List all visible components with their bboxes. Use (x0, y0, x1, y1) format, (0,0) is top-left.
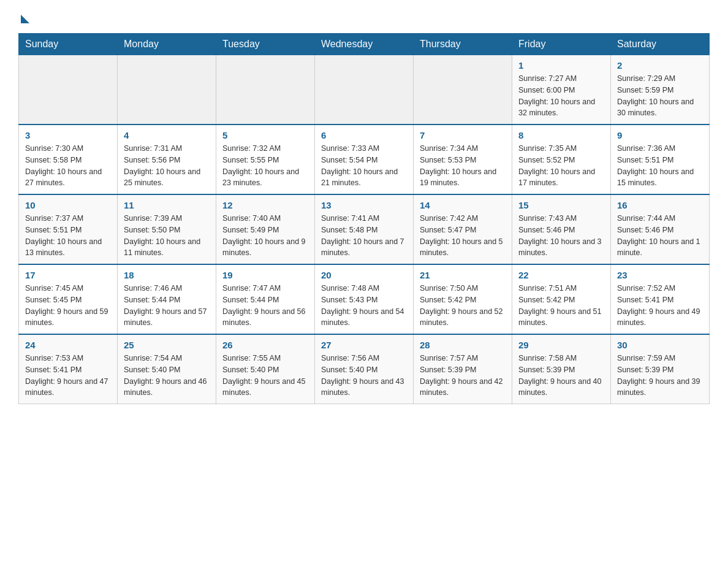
calendar-day-cell: 19Sunrise: 7:47 AMSunset: 5:44 PMDayligh… (216, 264, 315, 334)
day-number: 4 (124, 130, 210, 140)
calendar-day-cell: 2Sunrise: 7:29 AMSunset: 5:59 PMDaylight… (611, 55, 710, 125)
day-sun-info: Sunrise: 7:59 AMSunset: 5:39 PMDaylight:… (617, 353, 703, 399)
day-number: 25 (124, 340, 210, 350)
calendar-header-row: SundayMondayTuesdayWednesdayThursdayFrid… (19, 34, 710, 55)
day-number: 20 (321, 270, 407, 280)
day-sun-info: Sunrise: 7:51 AMSunset: 5:42 PMDaylight:… (518, 283, 604, 329)
calendar-day-cell: 17Sunrise: 7:45 AMSunset: 5:45 PMDayligh… (19, 264, 118, 334)
calendar-day-cell: 16Sunrise: 7:44 AMSunset: 5:46 PMDayligh… (611, 194, 710, 264)
day-number: 29 (518, 340, 604, 350)
day-sun-info: Sunrise: 7:39 AMSunset: 5:50 PMDaylight:… (124, 213, 210, 259)
day-sun-info: Sunrise: 7:47 AMSunset: 5:44 PMDaylight:… (222, 283, 308, 329)
calendar-day-cell: 9Sunrise: 7:36 AMSunset: 5:51 PMDaylight… (611, 124, 710, 194)
logo (18, 12, 29, 21)
calendar-day-cell: 3Sunrise: 7:30 AMSunset: 5:58 PMDaylight… (19, 124, 118, 194)
calendar-week-row: 3Sunrise: 7:30 AMSunset: 5:58 PMDaylight… (19, 124, 710, 194)
calendar-day-cell: 1Sunrise: 7:27 AMSunset: 6:00 PMDaylight… (512, 55, 611, 125)
day-sun-info: Sunrise: 7:45 AMSunset: 5:45 PMDaylight:… (25, 283, 111, 329)
calendar-day-cell: 11Sunrise: 7:39 AMSunset: 5:50 PMDayligh… (118, 194, 216, 264)
day-sun-info: Sunrise: 7:52 AMSunset: 5:41 PMDaylight:… (617, 283, 703, 329)
day-sun-info: Sunrise: 7:53 AMSunset: 5:41 PMDaylight:… (25, 353, 111, 399)
day-number: 8 (518, 130, 604, 140)
calendar-day-cell: 26Sunrise: 7:55 AMSunset: 5:40 PMDayligh… (216, 334, 315, 404)
calendar-week-row: 10Sunrise: 7:37 AMSunset: 5:51 PMDayligh… (19, 194, 710, 264)
day-number: 24 (25, 340, 111, 350)
calendar-day-cell: 22Sunrise: 7:51 AMSunset: 5:42 PMDayligh… (512, 264, 611, 334)
day-of-week-header: Friday (512, 34, 611, 55)
calendar-day-cell (216, 55, 315, 125)
day-sun-info: Sunrise: 7:29 AMSunset: 5:59 PMDaylight:… (617, 73, 703, 119)
page-header (18, 12, 710, 21)
calendar-day-cell: 13Sunrise: 7:41 AMSunset: 5:48 PMDayligh… (315, 194, 414, 264)
day-number: 5 (222, 130, 308, 140)
calendar-day-cell: 29Sunrise: 7:58 AMSunset: 5:39 PMDayligh… (512, 334, 611, 404)
calendar-day-cell: 30Sunrise: 7:59 AMSunset: 5:39 PMDayligh… (611, 334, 710, 404)
day-sun-info: Sunrise: 7:46 AMSunset: 5:44 PMDaylight:… (124, 283, 210, 329)
day-number: 9 (617, 130, 703, 140)
logo-arrow-icon (21, 15, 29, 23)
day-number: 30 (617, 340, 703, 350)
day-sun-info: Sunrise: 7:50 AMSunset: 5:42 PMDaylight:… (420, 283, 506, 329)
day-number: 16 (617, 200, 703, 210)
calendar-day-cell: 21Sunrise: 7:50 AMSunset: 5:42 PMDayligh… (414, 264, 512, 334)
calendar-day-cell: 15Sunrise: 7:43 AMSunset: 5:46 PMDayligh… (512, 194, 611, 264)
day-number: 19 (222, 270, 308, 280)
day-number: 22 (518, 270, 604, 280)
day-sun-info: Sunrise: 7:55 AMSunset: 5:40 PMDaylight:… (222, 353, 308, 399)
day-sun-info: Sunrise: 7:27 AMSunset: 6:00 PMDaylight:… (518, 73, 604, 119)
calendar-day-cell (315, 55, 414, 125)
calendar-day-cell: 23Sunrise: 7:52 AMSunset: 5:41 PMDayligh… (611, 264, 710, 334)
calendar-week-row: 1Sunrise: 7:27 AMSunset: 6:00 PMDaylight… (19, 55, 710, 125)
day-of-week-header: Sunday (19, 34, 118, 55)
day-number: 18 (124, 270, 210, 280)
day-sun-info: Sunrise: 7:44 AMSunset: 5:46 PMDaylight:… (617, 213, 703, 259)
day-number: 21 (420, 270, 506, 280)
calendar-week-row: 17Sunrise: 7:45 AMSunset: 5:45 PMDayligh… (19, 264, 710, 334)
day-number: 11 (124, 200, 210, 210)
day-number: 23 (617, 270, 703, 280)
day-sun-info: Sunrise: 7:43 AMSunset: 5:46 PMDaylight:… (518, 213, 604, 259)
day-number: 13 (321, 200, 407, 210)
day-sun-info: Sunrise: 7:56 AMSunset: 5:40 PMDaylight:… (321, 353, 407, 399)
calendar-day-cell: 6Sunrise: 7:33 AMSunset: 5:54 PMDaylight… (315, 124, 414, 194)
day-sun-info: Sunrise: 7:41 AMSunset: 5:48 PMDaylight:… (321, 213, 407, 259)
calendar-day-cell (19, 55, 118, 125)
day-number: 26 (222, 340, 308, 350)
day-sun-info: Sunrise: 7:34 AMSunset: 5:53 PMDaylight:… (420, 143, 506, 189)
day-sun-info: Sunrise: 7:31 AMSunset: 5:56 PMDaylight:… (124, 143, 210, 189)
day-sun-info: Sunrise: 7:35 AMSunset: 5:52 PMDaylight:… (518, 143, 604, 189)
day-sun-info: Sunrise: 7:32 AMSunset: 5:55 PMDaylight:… (222, 143, 308, 189)
day-number: 1 (518, 60, 604, 71)
day-of-week-header: Tuesday (216, 34, 315, 55)
day-number: 7 (420, 130, 506, 140)
day-number: 10 (25, 200, 111, 210)
day-sun-info: Sunrise: 7:57 AMSunset: 5:39 PMDaylight:… (420, 353, 506, 399)
day-number: 12 (222, 200, 308, 210)
calendar-day-cell: 10Sunrise: 7:37 AMSunset: 5:51 PMDayligh… (19, 194, 118, 264)
calendar-day-cell: 4Sunrise: 7:31 AMSunset: 5:56 PMDaylight… (118, 124, 216, 194)
calendar-day-cell (414, 55, 512, 125)
calendar-week-row: 24Sunrise: 7:53 AMSunset: 5:41 PMDayligh… (19, 334, 710, 404)
day-number: 27 (321, 340, 407, 350)
calendar-day-cell: 8Sunrise: 7:35 AMSunset: 5:52 PMDaylight… (512, 124, 611, 194)
day-of-week-header: Saturday (611, 34, 710, 55)
day-sun-info: Sunrise: 7:54 AMSunset: 5:40 PMDaylight:… (124, 353, 210, 399)
day-of-week-header: Wednesday (315, 34, 414, 55)
calendar-day-cell: 20Sunrise: 7:48 AMSunset: 5:43 PMDayligh… (315, 264, 414, 334)
day-sun-info: Sunrise: 7:37 AMSunset: 5:51 PMDaylight:… (25, 213, 111, 259)
calendar-day-cell: 24Sunrise: 7:53 AMSunset: 5:41 PMDayligh… (19, 334, 118, 404)
calendar-day-cell: 18Sunrise: 7:46 AMSunset: 5:44 PMDayligh… (118, 264, 216, 334)
calendar-day-cell: 12Sunrise: 7:40 AMSunset: 5:49 PMDayligh… (216, 194, 315, 264)
day-sun-info: Sunrise: 7:40 AMSunset: 5:49 PMDaylight:… (222, 213, 308, 259)
calendar-day-cell: 7Sunrise: 7:34 AMSunset: 5:53 PMDaylight… (414, 124, 512, 194)
day-sun-info: Sunrise: 7:48 AMSunset: 5:43 PMDaylight:… (321, 283, 407, 329)
day-number: 2 (617, 60, 703, 71)
calendar-day-cell: 27Sunrise: 7:56 AMSunset: 5:40 PMDayligh… (315, 334, 414, 404)
calendar-day-cell: 25Sunrise: 7:54 AMSunset: 5:40 PMDayligh… (118, 334, 216, 404)
day-number: 17 (25, 270, 111, 280)
day-number: 28 (420, 340, 506, 350)
day-sun-info: Sunrise: 7:33 AMSunset: 5:54 PMDaylight:… (321, 143, 407, 189)
day-of-week-header: Thursday (414, 34, 512, 55)
day-sun-info: Sunrise: 7:30 AMSunset: 5:58 PMDaylight:… (25, 143, 111, 189)
day-number: 15 (518, 200, 604, 210)
